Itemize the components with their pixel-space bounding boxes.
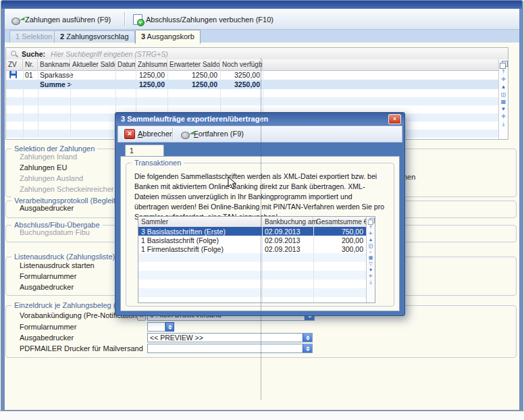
row-nr: 01 <box>25 71 33 79</box>
formularnummer-input[interactable] <box>147 322 165 332</box>
item-formularnummer: Formularnummer <box>20 323 76 331</box>
col-datum[interactable]: Datum <box>115 59 136 70</box>
toolbar-separator <box>124 12 125 26</box>
continue-button[interactable]: Fortfahren (F9) <box>178 128 247 140</box>
row-bankname: Sparkasse <box>40 71 74 79</box>
search-bar[interactable]: Suche: Hier Suchbegriff eingeben (STRG+S… <box>6 48 508 60</box>
toolbar-separator <box>172 128 173 140</box>
col-bankname[interactable]: Bankname <box>38 59 70 70</box>
cell-bankbuchung: 02.09.2013 <box>265 236 300 244</box>
book-payments-button[interactable]: Abschluss/Zahlungen verbuchen (F10) <box>129 12 278 26</box>
execute-payments-label: Zahlungen ausführen (F9) <box>25 16 111 24</box>
search-icon <box>10 50 18 57</box>
dialog-toolbar: ✕ Abbrechen Fortfahren (F9) <box>117 126 402 142</box>
item-buchungsdatum-fibu: Buchungsdatum Fibu <box>20 228 90 236</box>
tab-ausgangskorb[interactable]: 3 Ausgangskorb <box>135 30 201 44</box>
copy-pages-icon[interactable] <box>367 218 373 224</box>
item-ausgabedrucker: Ausgabedrucker <box>20 334 74 342</box>
search-record-icon[interactable]: ⌕ <box>369 249 372 255</box>
cell-bankbuchung: 02.09.2013 <box>265 228 300 236</box>
ausgabedrucker-value: << PREVIEW >> <box>150 334 203 342</box>
record-count-icon: (|) <box>501 91 506 97</box>
item-listenausdruck-starten: Listenausdruck starten <box>20 261 95 269</box>
item-pdfmailer-drucker: PDFMAILER Drucker für Mailversand <box>20 344 143 352</box>
pdfmailer-select[interactable] <box>147 344 313 353</box>
formularnummer-spin-button[interactable] <box>165 322 174 332</box>
coins-icon <box>11 15 22 24</box>
page-up-icon[interactable]: ✛ <box>369 231 373 236</box>
search-placeholder: Hier Suchbegriff eingeben (STRG+S) <box>51 50 168 58</box>
last-record-icon[interactable]: ⤓ <box>369 280 371 285</box>
summary-label: Summe > <box>40 80 72 88</box>
empty-row <box>138 280 366 288</box>
copy-pages-icon[interactable] <box>500 61 507 68</box>
cell-sammler: 1 Firmenlastschrift (Folge) <box>141 245 224 253</box>
execute-payments-button[interactable]: Zahlungen ausführen (F9) <box>7 12 115 26</box>
cancel-icon: ✕ <box>124 129 135 139</box>
group-title: Selektion der Zahlungen <box>11 145 97 153</box>
page-down-icon[interactable]: ✛ <box>501 113 506 120</box>
cell-sammler: 3 Basislastschriften (Erste) <box>141 228 226 236</box>
desktop-below-window <box>0 411 524 420</box>
ausgabedrucker-select[interactable]: << PREVIEW >> <box>147 333 313 342</box>
first-record-icon[interactable]: ⤒ <box>502 69 505 75</box>
item-zahlungen-ausland: Zahlungen Ausland <box>20 174 83 182</box>
page-up-icon[interactable]: ✛ <box>501 76 506 82</box>
next-record-icon[interactable]: ▼ <box>501 106 506 112</box>
next-record-icon[interactable]: ▼ <box>369 267 373 273</box>
col-aktueller-saldo[interactable]: Aktueller Saldo € <box>70 59 115 70</box>
item-ausgabedrucker: Ausgabedrucker <box>20 204 74 212</box>
main-toolbar: Zahlungen ausführen (F9) Abschluss/Zahlu… <box>5 10 519 30</box>
item-ausgabedrucker: Ausgabedrucker <box>20 283 74 291</box>
cell-gesamtsumme: 300,00 <box>342 245 363 253</box>
grid-view-icon[interactable]: ▦ <box>501 99 506 105</box>
empty-row <box>138 288 366 297</box>
filter-icon[interactable]: ▽ <box>369 261 372 267</box>
table-row-selected[interactable]: 3 Basislastschriften (Erste) 02.09.2013 … <box>138 227 366 236</box>
cancel-button[interactable]: ✕ Abbrechen <box>121 128 177 140</box>
col-bankbuchung-am[interactable]: Bankbuchung am <box>262 217 313 226</box>
item-zahlungen-inland: Zahlungen Inland <box>20 153 77 161</box>
empty-row <box>138 253 366 262</box>
prev-record-icon[interactable]: ▲ <box>501 84 506 90</box>
col-erwarteter-saldo[interactable]: Erwarteter Saldo € <box>167 59 220 70</box>
sammler-table: Sammler Bankbuchung am Gesamtsumme € 3 B… <box>138 216 375 303</box>
first-record-icon[interactable]: ⤒ <box>369 225 371 230</box>
col-zahlsumme[interactable]: Zahlsumme € <box>136 59 167 70</box>
table-row[interactable]: 1 Basislastschrift (Folge) 02.09.2013 20… <box>138 236 366 244</box>
table-row[interactable]: 1 Firmenlastschrift (Folge) 02.09.2013 3… <box>138 244 366 253</box>
empty-row <box>138 271 366 280</box>
empty-row <box>6 89 498 97</box>
item-formularnummer: Formularnummer <box>20 272 76 280</box>
last-record-icon[interactable]: ⤓ <box>502 121 505 127</box>
summary-row[interactable]: Summe > 1250,00 1250,00 3250,00 <box>6 80 498 89</box>
tab-selektion[interactable]: 1 Selektion <box>9 30 58 43</box>
dialog-tab-standard[interactable]: 1 Standard <box>125 145 164 156</box>
row-erwarteter-saldo: 1250,00 <box>167 71 217 79</box>
col-zv[interactable]: ZV <box>6 59 23 70</box>
mouse-cursor-icon <box>228 176 237 190</box>
group-title: Transaktionen <box>132 159 184 167</box>
group-title: Listenausdruck (Zahlungsliste) <box>11 253 117 261</box>
grid-view-icon[interactable]: ▦ <box>369 255 373 261</box>
spin-button[interactable] <box>303 334 312 342</box>
col-sammler[interactable]: Sammler <box>138 217 262 226</box>
col-gesamtsumme[interactable]: Gesamtsumme € <box>313 217 366 226</box>
row-zahlsumme: 1250,00 <box>136 71 165 79</box>
spin-button[interactable] <box>303 344 312 352</box>
col-noch-verfuegbar[interactable]: Noch verfügbar € <box>220 59 263 70</box>
close-icon[interactable]: x <box>388 114 401 124</box>
col-nr[interactable]: Nr. <box>23 59 38 70</box>
tab-zahlungsvorschlag[interactable]: 2 Zahlungsvorschlag <box>54 30 135 43</box>
screen: Zahlungen ausführen (F9) Abschluss/Zahlu… <box>0 0 524 420</box>
table-row[interactable]: 01 Sparkasse 1250,00 1250,00 3250,00 <box>6 70 498 80</box>
prev-record-icon[interactable]: ▲ <box>369 237 373 242</box>
page-down-icon[interactable]: ✛ <box>369 273 373 279</box>
grid-line <box>38 70 38 138</box>
item-zahlungen-scheckeinreicher: Zahlungen Scheckeinreicher <box>20 185 113 193</box>
cell-gesamtsumme: 750,00 <box>342 228 363 236</box>
record-navigation-strip: ⤒ ✛ ▲ (|) ⌕ ▦ ▽ ▼ ✛ ⤓ <box>366 217 375 303</box>
coins-icon <box>181 129 191 138</box>
grid-line <box>313 227 314 303</box>
summary-noch-verfuegbar: 3250,00 <box>220 80 260 88</box>
